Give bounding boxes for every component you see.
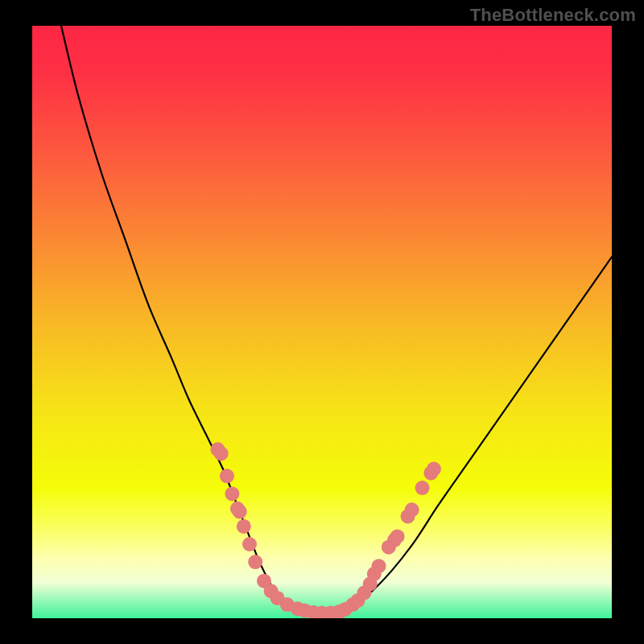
gradient-rect xyxy=(32,26,612,618)
chart-stage: TheBottleneck.com xyxy=(0,0,644,644)
data-marker xyxy=(242,537,257,551)
data-marker xyxy=(415,481,430,495)
data-marker xyxy=(372,559,386,573)
data-marker xyxy=(237,519,251,534)
data-marker xyxy=(220,469,234,483)
plot-area xyxy=(32,26,612,618)
data-marker xyxy=(390,529,405,543)
data-marker xyxy=(427,462,441,477)
data-marker xyxy=(225,486,239,501)
data-marker xyxy=(214,446,229,460)
data-marker xyxy=(248,555,262,569)
data-marker xyxy=(405,502,419,517)
data-marker xyxy=(233,505,247,519)
watermark-text: TheBottleneck.com xyxy=(470,5,636,26)
chart-svg xyxy=(32,26,612,618)
